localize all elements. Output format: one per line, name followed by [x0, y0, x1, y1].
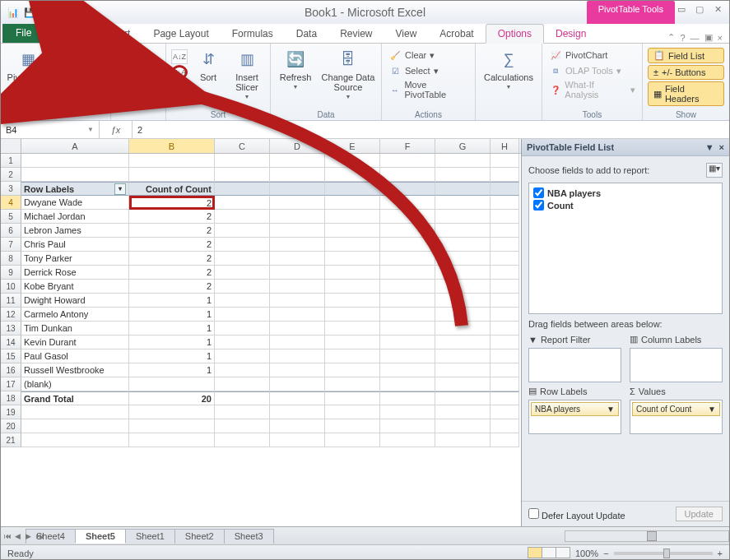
cell[interactable]	[215, 419, 270, 433]
field-checkbox[interactable]	[533, 200, 544, 211]
cell[interactable]	[491, 182, 519, 196]
cell[interactable]	[435, 419, 491, 433]
cell[interactable]	[491, 196, 519, 210]
cell[interactable]: Grand Total	[21, 391, 129, 405]
name-box[interactable]: B4▼	[1, 121, 100, 138]
row-header[interactable]: 16	[1, 363, 21, 377]
cell[interactable]	[129, 377, 215, 391]
cell[interactable]: 2	[129, 280, 215, 294]
cell[interactable]	[491, 336, 519, 349]
row-header[interactable]: 9	[1, 266, 21, 280]
cell[interactable]	[435, 168, 491, 182]
sheet-nav-first[interactable]: ⏮	[4, 532, 14, 540]
row-header[interactable]: 20	[1, 419, 21, 433]
cell[interactable]	[215, 224, 270, 238]
column-header-B[interactable]: B	[129, 139, 215, 153]
zoom-slider[interactable]	[614, 552, 713, 555]
cell[interactable]	[325, 238, 380, 252]
tab-page-layout[interactable]: Page Layout	[142, 25, 220, 43]
cell[interactable]: Row Labels▾	[21, 182, 129, 196]
cell[interactable]	[325, 224, 380, 238]
cell[interactable]	[215, 252, 270, 266]
cell[interactable]	[435, 266, 491, 280]
cell[interactable]	[215, 196, 270, 210]
cell[interactable]	[380, 252, 435, 266]
field-count[interactable]: Count	[532, 199, 718, 211]
cell[interactable]	[215, 154, 270, 168]
sheet-nav-last[interactable]: ⏭	[36, 532, 46, 540]
cell[interactable]	[380, 294, 435, 308]
sub-close-icon[interactable]: ×	[718, 33, 723, 43]
cell[interactable]	[325, 252, 380, 266]
field-checkbox[interactable]	[533, 187, 544, 198]
cell[interactable]	[380, 280, 435, 294]
cell[interactable]	[435, 294, 491, 308]
layout-options-button[interactable]: ▦▾	[706, 163, 723, 178]
cell[interactable]	[325, 168, 380, 182]
cell[interactable]: 1	[129, 322, 215, 336]
cell[interactable]	[325, 154, 380, 168]
cell[interactable]	[435, 252, 491, 266]
minimize-icon[interactable]: ▭	[675, 4, 688, 16]
cell[interactable]	[215, 433, 270, 447]
cell[interactable]	[380, 377, 435, 391]
cell[interactable]: 2	[129, 224, 215, 238]
cell[interactable]	[325, 391, 380, 405]
cell[interactable]	[21, 154, 129, 168]
cell[interactable]	[491, 168, 519, 182]
cell[interactable]: Dwight Howard	[21, 294, 129, 308]
cell[interactable]	[129, 419, 215, 433]
cell[interactable]: Kevin Durant	[21, 336, 129, 349]
row-header[interactable]: 18	[1, 391, 21, 405]
cell[interactable]	[435, 391, 491, 405]
cell[interactable]: 20	[129, 391, 215, 405]
select-all-corner[interactable]	[1, 139, 21, 153]
cell[interactable]	[21, 433, 129, 447]
cell[interactable]	[435, 308, 491, 322]
cell[interactable]	[215, 336, 270, 349]
row-header[interactable]: 3	[1, 182, 21, 196]
cell[interactable]: 2	[129, 196, 215, 210]
cell[interactable]	[215, 308, 270, 322]
cell[interactable]: Lebron James	[21, 224, 129, 238]
sub-min-icon[interactable]: —	[690, 33, 700, 43]
column-labels-box[interactable]	[630, 348, 723, 382]
cell[interactable]: Kobe Bryant	[21, 280, 129, 294]
sub-restore-icon[interactable]: ▣	[704, 32, 713, 43]
cell[interactable]	[215, 210, 270, 224]
cell[interactable]: Derrick Rose	[21, 266, 129, 280]
horizontal-scrollbar[interactable]	[565, 530, 729, 542]
cell[interactable]	[491, 224, 519, 238]
column-header-E[interactable]: E	[325, 139, 380, 153]
cell[interactable]	[270, 349, 325, 363]
cell[interactable]	[380, 154, 435, 168]
cell[interactable]	[491, 391, 519, 405]
cell[interactable]: Paul Gasol	[21, 349, 129, 363]
cell[interactable]	[491, 377, 519, 391]
cell[interactable]: Dwyane Wade	[21, 196, 129, 210]
cell[interactable]: 1	[129, 336, 215, 349]
cell[interactable]	[380, 308, 435, 322]
fields-list[interactable]: NBA players Count	[528, 183, 723, 314]
cell[interactable]	[325, 349, 380, 363]
tab-acrobat[interactable]: Acrobat	[428, 25, 485, 43]
cell[interactable]	[270, 224, 325, 238]
row-header[interactable]: 19	[1, 405, 21, 419]
row-header[interactable]: 12	[1, 308, 21, 322]
cell[interactable]	[215, 322, 270, 336]
cell[interactable]	[215, 280, 270, 294]
cell[interactable]: Russell Westbrooke	[21, 363, 129, 377]
row-header[interactable]: 21	[1, 433, 21, 447]
cell[interactable]	[491, 349, 519, 363]
cell[interactable]	[435, 336, 491, 349]
cell[interactable]	[491, 252, 519, 266]
row-header[interactable]: 17	[1, 377, 21, 391]
cell[interactable]	[21, 419, 129, 433]
column-header-C[interactable]: C	[215, 139, 270, 153]
field-list-toggle[interactable]: 📋Field List	[648, 48, 724, 63]
row-header[interactable]: 7	[1, 238, 21, 252]
cell[interactable]	[380, 349, 435, 363]
cell[interactable]	[215, 363, 270, 377]
field-nba-players[interactable]: NBA players	[532, 187, 718, 199]
active-field-button[interactable]: ▤ActiveField▼	[61, 46, 105, 100]
